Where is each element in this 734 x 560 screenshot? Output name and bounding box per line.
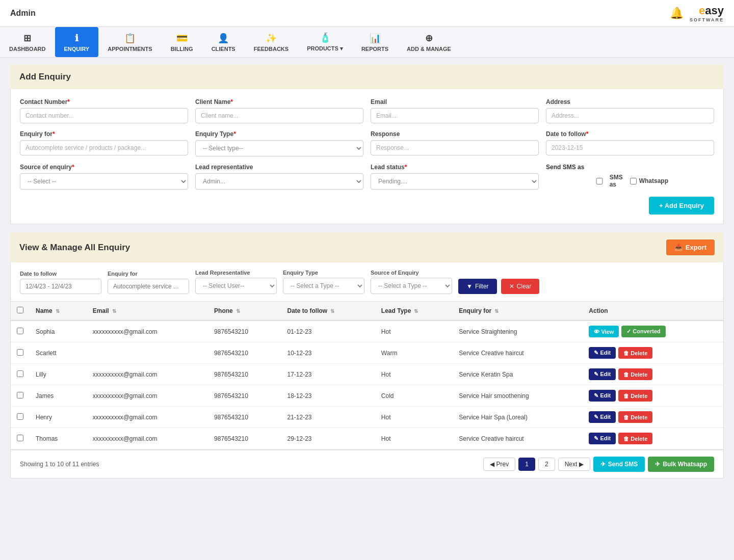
nav-appointments[interactable]: 📋 APPOINTMENTS xyxy=(98,27,161,57)
lead-rep-label: Lead representative xyxy=(195,164,363,171)
row-checkbox[interactable] xyxy=(17,349,23,356)
email-label: Email xyxy=(371,98,539,105)
cell-date: 21-12-23 xyxy=(281,407,375,428)
nav-add-manage[interactable]: ⊕ ADD & MANAGE xyxy=(398,27,460,57)
client-name-input[interactable] xyxy=(195,108,363,123)
sort-lead-type-icon[interactable]: ⇅ xyxy=(414,308,418,314)
edit-button[interactable]: ✎ Edit xyxy=(589,433,616,444)
select-all-checkbox[interactable] xyxy=(17,307,23,313)
header-right: 🔔 easy SOFTWARE xyxy=(670,4,724,22)
cell-lead-type: Cold xyxy=(375,385,453,407)
row-checkbox[interactable] xyxy=(17,370,23,377)
delete-button[interactable]: 🗑 Delete xyxy=(618,368,652,380)
enquiry-table: Name⇅ Email⇅ Phone⇅ Date to follow⇅ Lead… xyxy=(11,302,723,449)
cell-date: 01-12-23 xyxy=(281,321,375,342)
page-2-button[interactable]: 2 xyxy=(538,458,555,471)
lead-rep-select[interactable]: Admin... xyxy=(195,173,363,190)
filter-source-select[interactable]: -- Select a Type -- xyxy=(371,278,452,294)
sms-as-checkbox[interactable] xyxy=(592,178,607,184)
sort-email-icon[interactable]: ⇅ xyxy=(112,308,116,314)
row-checkbox[interactable] xyxy=(17,328,23,334)
cell-action: 👁 View✓ Converted xyxy=(583,321,723,342)
nav-products[interactable]: 🧴 PRODUCTS ▾ xyxy=(298,27,352,57)
delete-button[interactable]: 🗑 Delete xyxy=(618,347,652,359)
filter-buttons: ▼ Filter ✕ Clear xyxy=(458,279,539,294)
nav-clients[interactable]: 👤 CLIENTS xyxy=(202,27,245,57)
send-sms-label: Send SMS as xyxy=(546,164,584,171)
th-enquiry-for: Enquiry for⇅ xyxy=(453,302,583,321)
cell-name: Scarlett xyxy=(30,342,87,364)
add-enquiry-button[interactable]: + Add Enquiry xyxy=(649,197,714,215)
view-button[interactable]: 👁 View xyxy=(589,326,619,337)
send-sms-icon: ✈ xyxy=(600,461,606,468)
enquiry-for-input[interactable] xyxy=(20,140,188,155)
converted-button[interactable]: ✓ Converted xyxy=(621,326,665,337)
cell-lead-type: Hot xyxy=(375,407,453,428)
export-button[interactable]: 📤 Export xyxy=(666,239,715,255)
table-row: Thomasxxxxxxxxxx@gmail.com987654321029-1… xyxy=(11,428,723,449)
prev-button[interactable]: ◀ Prev xyxy=(483,458,515,471)
nav-reports[interactable]: 📊 REPORTS xyxy=(352,27,398,57)
filter-lead-rep-group: Lead Representative -- Select User-- xyxy=(195,270,277,294)
date-to-follow-input[interactable] xyxy=(546,140,714,155)
edit-button[interactable]: ✎ Edit xyxy=(589,411,616,423)
whatsapp-check[interactable]: Whatsapp xyxy=(630,177,668,184)
enquiry-icon: ℹ xyxy=(75,33,78,44)
row-checkbox[interactable] xyxy=(17,392,23,398)
filter-enquiry-type-select[interactable]: -- Select a Type -- xyxy=(283,278,364,294)
nav-billing[interactable]: 💳 BILLING xyxy=(162,27,202,57)
nav-bar: ⊞ DASHBOARD ℹ ENQUIRY 📋 APPOINTMENTS 💳 B… xyxy=(0,27,734,58)
edit-button[interactable]: ✎ Edit xyxy=(589,390,616,402)
edit-button[interactable]: ✎ Edit xyxy=(589,368,616,380)
add-manage-icon: ⊕ xyxy=(425,33,433,44)
nav-dashboard[interactable]: ⊞ DASHBOARD xyxy=(0,27,55,57)
delete-button[interactable]: 🗑 Delete xyxy=(618,411,652,423)
cell-enquiry-for: Service Creative haircut xyxy=(453,428,583,449)
lead-status-group: Lead status* Pending.... xyxy=(371,164,539,190)
delete-button[interactable]: 🗑 Delete xyxy=(618,433,652,444)
address-input[interactable] xyxy=(546,108,714,123)
pagination-controls: ◀ Prev 1 2 Next ▶ ✈ Send SMS ✈ Bulk What… xyxy=(483,457,714,472)
next-button[interactable]: Next ▶ xyxy=(558,458,590,471)
source-enquiry-select[interactable]: -- Select -- xyxy=(20,173,188,190)
nav-feedbacks[interactable]: ✨ FEEDBACKS xyxy=(245,27,298,57)
cell-email: xxxxxxxxxx@gmail.com xyxy=(87,364,208,385)
filter-button[interactable]: ▼ Filter xyxy=(458,279,497,294)
pagination-info: Showing 1 to 10 of 11 entries xyxy=(20,461,99,468)
row-checkbox[interactable] xyxy=(17,413,23,420)
add-enquiry-row: + Add Enquiry xyxy=(20,197,714,215)
sort-date-icon[interactable]: ⇅ xyxy=(330,308,334,314)
cell-date: 17-12-23 xyxy=(281,364,375,385)
lead-status-select[interactable]: Pending.... xyxy=(371,173,539,190)
contact-number-input[interactable] xyxy=(20,108,188,123)
sms-as-check[interactable]: SMS as xyxy=(592,174,623,188)
th-name: Name⇅ xyxy=(30,302,87,321)
filter-lead-rep-select[interactable]: -- Select User-- xyxy=(195,278,277,294)
send-sms-group: Send SMS as SMS as Whatsapp xyxy=(546,164,714,190)
send-sms-button[interactable]: ✈ Send SMS xyxy=(593,457,645,472)
delete-button[interactable]: 🗑 Delete xyxy=(618,390,652,402)
filter-enquiry-for-input[interactable] xyxy=(108,279,189,294)
filter-date-input[interactable] xyxy=(20,279,101,294)
sort-name-icon[interactable]: ⇅ xyxy=(56,308,60,314)
bulk-whatsapp-button[interactable]: ✈ Bulk Whatsapp xyxy=(648,457,714,472)
cell-date: 18-12-23 xyxy=(281,385,375,407)
response-input[interactable] xyxy=(371,140,539,155)
clear-icon: ✕ xyxy=(509,283,514,290)
page-1-button[interactable]: 1 xyxy=(518,458,535,471)
table-row: Sophiaxxxxxxxxxx@gmail.com987654321001-1… xyxy=(11,321,723,342)
cell-name: Lilly xyxy=(30,364,87,385)
whatsapp-checkbox[interactable] xyxy=(630,178,637,184)
add-enquiry-form: Contact Number* Client Name* Email Addre… xyxy=(10,89,724,224)
nav-enquiry[interactable]: ℹ ENQUIRY xyxy=(55,27,99,57)
enquiry-type-select[interactable]: -- Select type-- xyxy=(195,140,363,156)
cell-name: Henry xyxy=(30,407,87,428)
cell-email: xxxxxxxxxx@gmail.com xyxy=(87,407,208,428)
clear-button[interactable]: ✕ Clear xyxy=(501,279,540,294)
sort-phone-icon[interactable]: ⇅ xyxy=(236,308,240,314)
sort-enquiry-for-icon[interactable]: ⇅ xyxy=(494,308,499,314)
row-checkbox[interactable] xyxy=(17,435,23,441)
email-input[interactable] xyxy=(371,108,539,123)
reports-icon: 📊 xyxy=(370,33,381,44)
edit-button[interactable]: ✎ Edit xyxy=(589,347,616,359)
